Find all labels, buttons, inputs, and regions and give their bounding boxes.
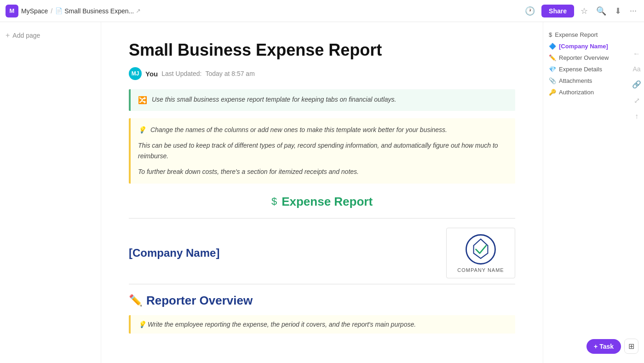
collapse-right-icon[interactable]: ← [632,50,641,58]
toc-details-icon: 💎 [549,66,556,73]
company-logo-svg [465,233,497,265]
toc-label-expense-details: Expense Details [559,66,602,73]
toc-company-icon: 🔷 [549,43,556,50]
toc-item-authorization[interactable]: 🔑 Authorization [549,87,638,98]
company-logo-box: COMPANY NAME [446,228,515,278]
font-size-icon[interactable]: Aa [632,65,641,73]
toc-item-reporter[interactable]: ✏️ Reporter Overview [549,52,638,63]
expand-icon[interactable]: ⤢ [632,96,641,105]
info-yellow-line-1: 💡 Change the names of the columns or add… [138,125,508,135]
last-updated-label: Last Updated: [161,70,201,77]
content-area: Small Business Expense Report MJ You Las… [101,22,543,363]
task-button[interactable]: + Task [586,339,621,354]
link-icon[interactable]: 🔗 [632,80,641,89]
doc-icon: 📄 [55,7,63,14]
company-name-placeholder[interactable]: [Company Name] [129,247,219,259]
history-icon[interactable]: 🕐 [523,4,537,18]
bulb-icon-1: 💡 [138,126,146,133]
doc-title[interactable]: Small Business Expen... [64,7,134,15]
share-button[interactable]: Share [541,5,574,17]
more-icon[interactable]: ··· [628,4,638,17]
info-green-text: Use this small business expense report t… [152,96,397,103]
divider-2 [129,284,515,284]
toc-item-company-name[interactable]: 🔷 [Company Name] [549,41,638,52]
last-updated-value: Today at 8:57 am [205,70,254,77]
right-edge-icons: ← Aa 🔗 ⤢ ↑ [629,46,644,124]
topbar: M MySpace / 📄 Small Business Expen... ↗ … [0,0,644,22]
main-layout: + Add page Small Business Expense Report… [0,22,644,363]
reporter-title: Reporter Overview [146,294,253,308]
add-page-button[interactable]: + Add page [6,29,40,41]
share-panel-icon[interactable]: ↑ [632,112,641,121]
workspace-icon[interactable]: M [6,5,18,17]
topbar-right: 🕐 Share ☆ 🔍 ⬇ ··· [523,4,638,18]
download-icon[interactable]: ⬇ [613,4,623,18]
grid-icon: ⊞ [628,342,634,350]
search-icon[interactable]: 🔍 [594,4,608,18]
export-icon[interactable]: ↗ [136,7,141,14]
info-yellow-line-3: To further break down costs, there's a s… [138,167,508,177]
toc-label-reporter: Reporter Overview [559,54,609,61]
toc-label-attachments: Attachments [559,77,592,84]
avatar: MJ [129,67,142,80]
page-title: Small Business Expense Report [129,40,515,60]
company-logo-label: COMPANY NAME [457,267,504,273]
expense-report-heading: $ Expense Report [129,195,515,209]
company-name-text: [Company Name] [129,247,219,259]
toc-label-company-name: [Company Name] [559,43,608,50]
toc-attachments-icon: 📎 [549,77,556,84]
info-box-green: 🔀 Use this small business expense report… [129,89,515,111]
workspace-name[interactable]: MySpace [21,7,48,15]
dollar-icon: $ [271,196,277,207]
toc-item-expense-report[interactable]: $ Expense Report [549,29,638,40]
topbar-left: M MySpace / 📄 Small Business Expen... ↗ [6,5,141,17]
reporter-heading: ✏️ Reporter Overview [129,294,515,308]
toc-label-expense-report: Expense Report [555,31,598,38]
toc: $ Expense Report 🔷 [Company Name] ✏️ Rep… [549,29,638,98]
sidebar-left: + Add page [0,22,101,363]
company-row: [Company Name] COMPANY NAME [129,228,515,278]
breadcrumb-separator: / [51,7,52,15]
toc-label-authorization: Authorization [559,89,594,96]
plus-icon: + [6,31,10,40]
info-box-yellow: 💡 Change the names of the columns or add… [129,118,515,184]
toc-auth-icon: 🔑 [549,89,556,96]
grid-view-button[interactable]: ⊞ [624,339,638,354]
toc-reporter-icon: ✏️ [549,54,556,61]
star-icon[interactable]: ☆ [579,4,590,18]
expense-report-title: Expense Report [282,195,373,209]
divider-1 [129,218,515,219]
info-yellow-line-2: This can be used to keep track of differ… [138,140,508,161]
toc-dollar-icon: $ [549,31,552,38]
add-page-label: Add page [12,32,40,39]
svg-marker-1 [474,239,488,258]
author-row: MJ You Last Updated: Today at 8:57 am [129,67,515,80]
info-box-yellow-reporter: 💡 Write the employee reporting the expen… [129,315,515,334]
toc-item-attachments[interactable]: 📎 Attachments [549,75,638,86]
author-name[interactable]: You [145,70,158,78]
breadcrumb-doc: 📄 Small Business Expen... ↗ [55,7,141,15]
reporter-emoji: ✏️ [129,294,143,307]
toc-item-expense-details[interactable]: 💎 Expense Details [549,64,638,75]
shuffle-icon: 🔀 [138,96,147,104]
right-panel: $ Expense Report 🔷 [Company Name] ✏️ Rep… [543,22,644,363]
reporter-hint-text: 💡 Write the employee reporting the expen… [138,321,508,328]
bulb-icon-reporter: 💡 [138,321,148,328]
